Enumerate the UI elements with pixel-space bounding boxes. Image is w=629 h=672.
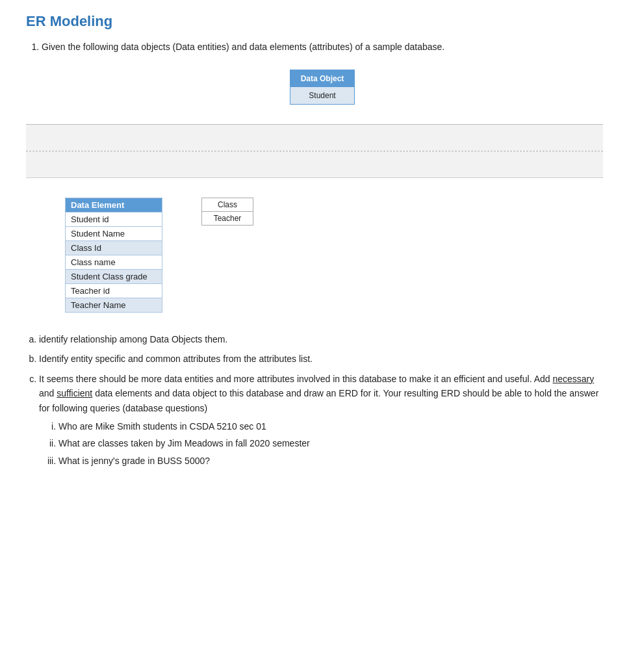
sub-question-c-middle: and	[39, 388, 57, 398]
sub-question-c-sufficient: sufficient	[57, 388, 92, 398]
class-teacher-body: Teacher	[202, 212, 253, 225]
page-container: ER Modeling Given the following data obj…	[0, 0, 629, 486]
sub-question-iii: What is jenny's grade in BUSS 5000?	[58, 454, 603, 468]
table-header-cell: Data Element	[66, 198, 162, 213]
sub-question-a: identify relationship among Data Objects…	[39, 332, 603, 346]
table-row: Teacher id	[66, 284, 162, 298]
question-1: Given the following data objects (Data e…	[42, 40, 603, 105]
gray-band-2	[26, 151, 603, 177]
separator-bottom	[26, 177, 603, 178]
sub-question-c: It seems there should be more data entit…	[39, 372, 603, 468]
table-row: Student Name	[66, 227, 162, 241]
question-1-text: Given the following data objects (Data e…	[42, 42, 444, 52]
table-cell-student-name: Student Name	[66, 227, 162, 241]
sub-question-b-text: Identify entity specific and common attr…	[39, 354, 313, 364]
table-cell-teacher-id: Teacher id	[66, 284, 162, 298]
diagram-area-1: Data Object Student	[42, 70, 603, 105]
gray-band-1	[26, 125, 603, 151]
table-cell-student-id: Student id	[66, 213, 162, 227]
table-row: Student id	[66, 213, 162, 227]
table-cell-class-id: Class Id	[66, 241, 162, 255]
sub-question-ii-text: What are classes taken by Jim Meadows in…	[58, 438, 310, 448]
alpha-list: identify relationship among Data Objects…	[39, 332, 603, 468]
data-object-header: Data Object	[290, 70, 354, 87]
page-title: ER Modeling	[26, 13, 603, 30]
data-element-table: Data Element Student id Student Name Cla…	[65, 198, 162, 313]
sub-question-a-text: identify relationship among Data Objects…	[39, 334, 227, 344]
table-row: Student Class grade	[66, 270, 162, 284]
class-teacher-header: Class	[202, 198, 253, 212]
table-row: Class Id	[66, 241, 162, 255]
sub-question-c-suffix: data elements and data object to this da…	[39, 388, 598, 413]
table-cell-class-name: Class name	[66, 255, 162, 270]
data-object-body: Student	[290, 87, 354, 104]
table-row: Teacher Name	[66, 298, 162, 313]
sub-question-c-necessary: necessary	[552, 374, 594, 384]
sub-question-i: Who are Mike Smith students in CSDA 5210…	[58, 419, 603, 433]
sub-question-b: Identify entity specific and common attr…	[39, 352, 603, 366]
diagram-area-2: Data Element Student id Student Name Cla…	[65, 198, 603, 313]
sub-question-ii: What are classes taken by Jim Meadows in…	[58, 436, 603, 450]
class-teacher-box: Class Teacher	[201, 198, 253, 226]
sub-question-c-prefix: It seems there should be more data entit…	[39, 374, 552, 384]
roman-list: Who are Mike Smith students in CSDA 5210…	[58, 419, 603, 468]
table-cell-teacher-name: Teacher Name	[66, 298, 162, 313]
data-object-box: Data Object Student	[290, 70, 355, 105]
table-row: Class name	[66, 255, 162, 270]
table-header-row: Data Element	[66, 198, 162, 213]
sub-question-iii-text: What is jenny's grade in BUSS 5000?	[58, 456, 210, 466]
sub-question-i-text: Who are Mike Smith students in CSDA 5210…	[58, 421, 266, 432]
table-cell-student-class-grade: Student Class grade	[66, 270, 162, 284]
